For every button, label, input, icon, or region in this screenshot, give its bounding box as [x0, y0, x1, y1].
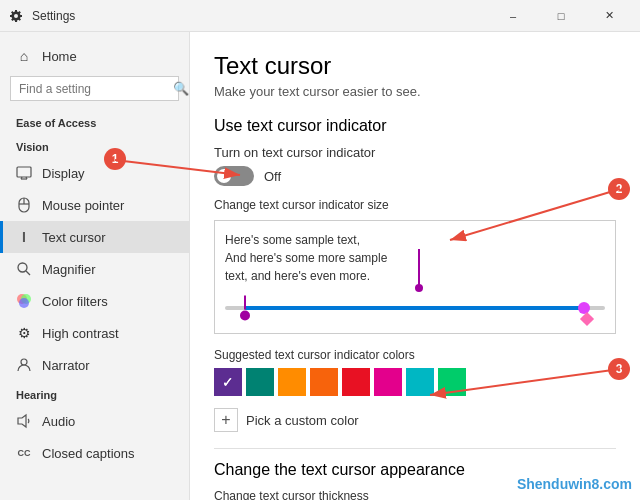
mouse-icon — [16, 197, 32, 213]
sidebar-item-audio[interactable]: Audio — [0, 405, 189, 437]
section-divider — [214, 448, 616, 449]
highcontrast-icon: ⚙ — [16, 325, 32, 341]
display-icon — [16, 165, 32, 181]
plus-icon: + — [214, 408, 238, 432]
swatch-purple[interactable]: ✓ — [214, 368, 242, 396]
badge-2: 2 — [608, 178, 630, 200]
section2-heading: Change the text cursor appearance — [214, 461, 616, 479]
narrator-icon — [16, 357, 32, 373]
sidebar: ⌂ Home 🔍 Ease of Access Vision Display M… — [0, 32, 190, 500]
search-box[interactable]: 🔍 — [10, 76, 179, 101]
textcursor-icon: I — [16, 229, 32, 245]
titlebar-left: Settings — [8, 8, 75, 24]
svg-point-10 — [19, 298, 29, 308]
color-swatches: ✓ — [214, 368, 616, 396]
sidebar-item-colorfilters[interactable]: Color filters — [0, 285, 189, 317]
maximize-button[interactable]: □ — [538, 0, 584, 32]
vision-section-label: Vision — [0, 133, 189, 157]
colorfilters-icon — [16, 293, 32, 309]
sidebar-item-highcontrast[interactable]: ⚙ High contrast — [0, 317, 189, 349]
size-slider-section: Here's some sample text, And here's some… — [214, 220, 616, 334]
svg-point-11 — [21, 359, 27, 365]
toggle-row: Turn on text cursor indicator Off — [214, 145, 616, 186]
sidebar-item-home[interactable]: ⌂ Home — [0, 40, 189, 72]
toggle-switch[interactable] — [214, 166, 254, 186]
ease-of-access-label: Ease of Access — [0, 109, 189, 133]
toggle-label: Turn on text cursor indicator — [214, 145, 616, 160]
sidebar-item-display[interactable]: Display — [0, 157, 189, 189]
swatch-pink[interactable] — [374, 368, 402, 396]
swatch-teal[interactable] — [246, 368, 274, 396]
hearing-section-label: Hearing — [0, 381, 189, 405]
size-slider[interactable] — [225, 293, 605, 323]
settings-icon — [8, 8, 24, 24]
sidebar-item-magnifier[interactable]: Magnifier — [0, 253, 189, 285]
titlebar-controls: – □ ✕ — [490, 0, 632, 32]
sidebar-item-narrator[interactable]: Narrator — [0, 349, 189, 381]
thickness-label: Change text cursor thickness — [214, 489, 616, 500]
app-body: ⌂ Home 🔍 Ease of Access Vision Display M… — [0, 32, 640, 500]
magnifier-icon — [16, 261, 32, 277]
svg-point-6 — [18, 263, 27, 272]
swatch-green[interactable] — [438, 368, 466, 396]
custom-color-button[interactable]: + Pick a custom color — [214, 404, 616, 436]
closedcaptions-icon: CC — [16, 445, 32, 461]
home-icon: ⌂ — [16, 48, 32, 64]
main-content: Text cursor Make your text cursor easier… — [190, 32, 640, 500]
titlebar-title: Settings — [32, 9, 75, 23]
badge-3: 3 — [608, 358, 630, 380]
swatch-red[interactable] — [342, 368, 370, 396]
colors-label: Suggested text cursor indicator colors — [214, 348, 616, 362]
sidebar-item-mouse[interactable]: Mouse pointer — [0, 189, 189, 221]
titlebar: Settings – □ ✕ — [0, 0, 640, 32]
section1-heading: Use text cursor indicator — [214, 117, 616, 135]
svg-line-7 — [26, 271, 30, 275]
swatch-orange2[interactable] — [310, 368, 338, 396]
sample-text: Here's some sample text, And here's some… — [225, 231, 605, 285]
minimize-button[interactable]: – — [490, 0, 536, 32]
audio-icon — [16, 413, 32, 429]
badge-1: 1 — [104, 148, 126, 170]
search-input[interactable] — [19, 82, 169, 96]
svg-rect-0 — [17, 167, 31, 177]
swatch-cyan[interactable] — [406, 368, 434, 396]
page-subtitle: Make your text cursor easier to see. — [214, 84, 616, 99]
size-label: Change text cursor indicator size — [214, 198, 616, 212]
sidebar-item-textcursor[interactable]: I Text cursor — [0, 221, 189, 253]
swatch-orange1[interactable] — [278, 368, 306, 396]
close-button[interactable]: ✕ — [586, 0, 632, 32]
sidebar-item-closedcaptions[interactable]: CC Closed captions — [0, 437, 189, 469]
toggle-row-inner: Off — [214, 166, 616, 186]
page-title: Text cursor — [214, 52, 616, 80]
search-icon: 🔍 — [173, 81, 189, 96]
svg-marker-12 — [18, 415, 26, 427]
toggle-state: Off — [264, 169, 281, 184]
